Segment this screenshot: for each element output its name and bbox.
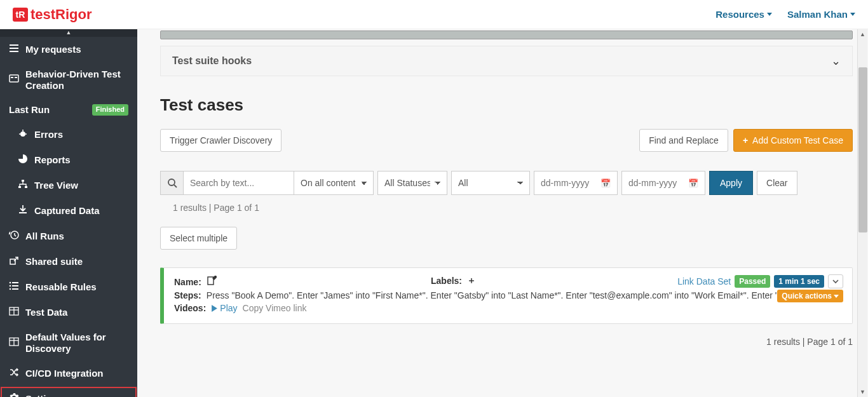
trigger-crawler-button[interactable]: Trigger Crawler Discovery	[160, 129, 281, 152]
user-label: Salman Khan	[787, 9, 848, 20]
results-summary-top: 1 results | Page 1 of 1	[173, 203, 853, 213]
caret-down-icon	[767, 13, 772, 16]
scroll-down-arrow[interactable]: ▼	[858, 387, 867, 397]
bug-icon	[18, 128, 28, 141]
action-row: Trigger Crawler Discovery Find and Repla…	[160, 129, 853, 152]
svg-rect-4	[11, 77, 13, 78]
nav-label: All Runs	[25, 231, 64, 242]
passed-badge: Passed	[735, 275, 770, 288]
svg-rect-5	[15, 77, 17, 78]
nav-label: Behavior-Driven Test Creation	[25, 69, 128, 91]
svg-rect-21	[12, 288, 18, 290]
date-to-input[interactable]: dd-mm-yyyy 📅	[621, 171, 705, 195]
sidebar-item-reusable-rules[interactable]: Reusable Rules	[0, 274, 137, 300]
sidebar-item-my-requests[interactable]: My requests	[0, 37, 137, 62]
sidebar-item-last-run[interactable]: Last Run Finished	[0, 98, 137, 122]
test-suite-hooks-panel[interactable]: Test suite hooks ⌄	[160, 46, 853, 76]
sidebar-item-shared-suite[interactable]: Shared suite	[0, 249, 137, 274]
sidebar-item-settings[interactable]: Settings	[0, 386, 137, 397]
nav-label: Default Values for Discovery	[25, 332, 128, 354]
scope-select[interactable]: On all content	[294, 171, 374, 195]
date-placeholder: dd-mm-yyyy	[541, 178, 589, 188]
find-replace-button[interactable]: Find and Replace	[639, 129, 728, 152]
sidebar-item-bdd[interactable]: Behavior-Driven Test Creation	[0, 62, 137, 98]
search-icon	[160, 171, 183, 195]
apply-button[interactable]: Apply	[709, 171, 753, 195]
nav-label: CI/CD Integration	[25, 368, 104, 379]
duration-badge: 1 min 1 sec	[774, 275, 824, 288]
svg-rect-2	[10, 51, 18, 52]
nav-label: My requests	[25, 44, 81, 55]
copy-vimeo-link[interactable]: Copy Vimeo link	[243, 303, 307, 313]
steps-text: Press "Book A Demo". Enter "James" into …	[207, 290, 791, 300]
svg-rect-13	[19, 212, 27, 213]
sidebar-item-test-data[interactable]: Test Data	[0, 300, 137, 325]
expand-button[interactable]	[828, 274, 843, 288]
resources-menu[interactable]: Resources	[715, 9, 772, 20]
sidebar-scroll-up[interactable]: ▲	[0, 29, 137, 37]
list-icon	[9, 281, 19, 293]
scroll-thumb[interactable]	[858, 67, 867, 232]
svg-rect-3	[10, 75, 18, 82]
svg-point-18	[10, 285, 11, 287]
chevron-down-icon: ⌄	[831, 54, 841, 68]
plus-icon[interactable]: ＋	[467, 275, 476, 286]
all-select[interactable]: All	[451, 171, 530, 195]
sidebar-item-captured-data[interactable]: Captured Data	[0, 198, 137, 224]
results-summary-bottom: 1 results | Page 1 of 1	[160, 337, 853, 347]
search-input[interactable]	[183, 171, 294, 195]
user-menu[interactable]: Salman Khan	[787, 9, 855, 20]
steps-label: Steps:	[174, 290, 201, 300]
collapsed-strip[interactable]	[160, 30, 853, 39]
svg-point-20	[10, 288, 11, 290]
filter-bar: On all content All Statuses All dd-mm-yy…	[160, 171, 853, 195]
sidebar-item-default-values[interactable]: Default Values for Discovery	[0, 325, 137, 361]
select-multiple-button[interactable]: Select multiple	[160, 227, 237, 250]
sidebar-item-errors[interactable]: Errors	[0, 122, 137, 147]
svg-rect-11	[18, 186, 21, 188]
pie-icon	[18, 154, 28, 166]
play-label: Play	[220, 303, 237, 313]
svg-point-28	[168, 179, 175, 185]
nav-label: Tree View	[34, 180, 78, 191]
nav-label: Captured Data	[34, 205, 100, 217]
date-placeholder: dd-mm-yyyy	[628, 178, 677, 188]
edit-icon[interactable]	[207, 276, 217, 288]
link-data-set[interactable]: Link Data Set	[677, 276, 731, 286]
scroll-up-arrow[interactable]: ▲	[858, 29, 867, 39]
svg-line-29	[174, 185, 177, 187]
svg-point-6	[20, 131, 25, 137]
caret-down-icon	[850, 13, 855, 16]
play-link[interactable]: Play	[211, 303, 237, 313]
table-icon	[9, 337, 19, 349]
nav-label: Reusable Rules	[25, 281, 97, 293]
share-icon	[9, 255, 19, 268]
nav-label: Shared suite	[25, 256, 83, 267]
resources-label: Resources	[715, 9, 764, 20]
svg-rect-12	[25, 186, 27, 188]
top-bar: tR testRigor Resources Salman Khan	[0, 0, 868, 29]
sidebar-item-cicd[interactable]: CI/CD Integration	[0, 361, 137, 386]
add-custom-test-button[interactable]: + Add Custom Test Case	[733, 129, 853, 152]
name-label: Name:	[174, 277, 201, 287]
test-case-card: Name: Labels: ＋ Link Data Set Passed 1 m…	[160, 267, 853, 324]
sidebar-item-reports[interactable]: Reports	[0, 147, 137, 173]
caret-down-icon	[834, 295, 839, 298]
quick-actions-button[interactable]: Quick actions	[777, 290, 843, 302]
nav-label: Reports	[34, 154, 71, 166]
date-from-input[interactable]: dd-mm-yyyy 📅	[534, 171, 618, 195]
status-select[interactable]: All Statuses	[377, 171, 447, 195]
logo-text: testRigor	[31, 6, 92, 23]
nav-label: Last Run	[9, 104, 50, 116]
page-title: Test cases	[160, 95, 853, 115]
table-icon	[9, 306, 19, 319]
button-label: Add Custom Test Case	[752, 135, 843, 145]
vertical-scrollbar[interactable]: ▲ ▼	[857, 29, 867, 397]
calendar-icon: 📅	[600, 178, 611, 188]
videos-label: Videos:	[174, 303, 206, 313]
sidebar-item-all-runs[interactable]: All Runs	[0, 224, 137, 249]
clear-button[interactable]: Clear	[757, 171, 797, 195]
logo[interactable]: tR testRigor	[13, 6, 92, 23]
qa-label: Quick actions	[782, 292, 832, 300]
sidebar-item-tree-view[interactable]: Tree View	[0, 173, 137, 198]
